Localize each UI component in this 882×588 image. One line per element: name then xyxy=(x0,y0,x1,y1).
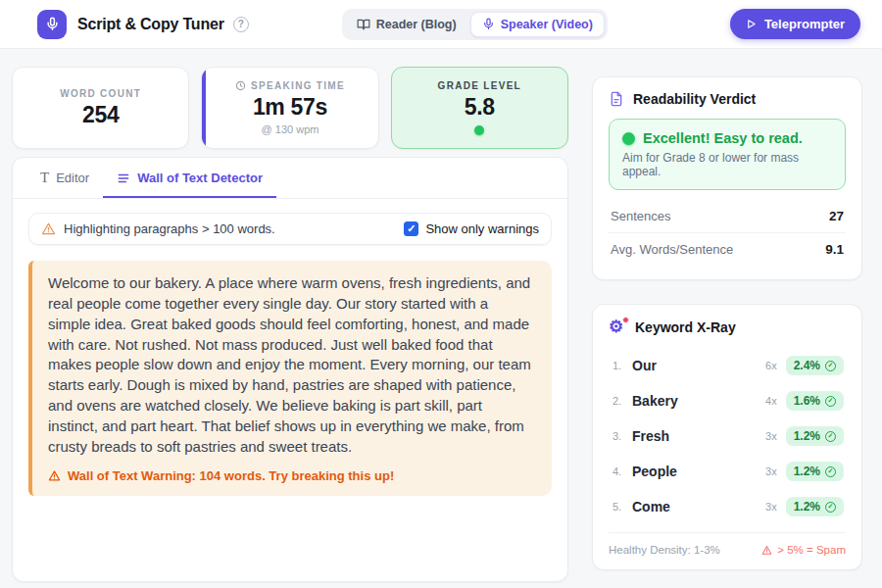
notification-dot xyxy=(622,317,629,323)
microphone-icon xyxy=(45,17,60,31)
spam-threshold-note: > 5% = Spam xyxy=(761,544,846,556)
mode-toggle: Reader (Blog) Speaker (Video) xyxy=(342,9,608,40)
keyword-xray-card: ⚙ Keyword X-Ray 1. Our 6x 2.4%✓ 2. Baker… xyxy=(592,304,862,570)
main-content: WORD COUNT 254 SPEAKING TIME 1m 57s @ 13… xyxy=(0,49,882,588)
grade-level-value: 5.8 xyxy=(465,94,495,121)
density-badge: 1.2%✓ xyxy=(786,462,844,481)
stats-row: WORD COUNT 254 SPEAKING TIME 1m 57s @ 13… xyxy=(12,67,568,149)
readability-verdict-card: Readability Verdict Excellent! Easy to r… xyxy=(592,76,862,280)
checkbox-checked-icon[interactable]: ✓ xyxy=(404,221,418,236)
editor-body: Highlighting paragraphs > 100 words. ✓ S… xyxy=(13,199,567,510)
keyword-count: 4x xyxy=(765,395,777,407)
check-circle-icon: ✓ xyxy=(825,431,836,442)
microphone-icon xyxy=(482,18,495,30)
teleprompter-button[interactable]: Teleprompter xyxy=(730,9,860,39)
warning-triangle-icon xyxy=(761,545,772,556)
speaking-time-label: SPEAKING TIME xyxy=(235,80,345,91)
keyword-xray-title: Keyword X-Ray xyxy=(635,319,736,335)
healthy-density-note: Healthy Density: 1-3% xyxy=(609,544,720,556)
verdict-text: Excellent! Easy to read. xyxy=(643,130,803,146)
metric-row-sentences: Sentences 27 xyxy=(609,200,846,232)
mode-button-label: Reader (Blog) xyxy=(376,18,457,31)
density-badge: 1.6%✓ xyxy=(786,391,844,411)
word-count-value: 254 xyxy=(82,102,119,128)
tab-label: Wall of Text Detector xyxy=(137,171,263,185)
highlight-info-bar: Highlighting paragraphs > 100 words. ✓ S… xyxy=(28,213,552,245)
help-icon[interactable]: ? xyxy=(233,17,249,32)
check-circle-icon: ✓ xyxy=(825,466,836,477)
keyword-row: 3. Fresh 3x 1.2%✓ xyxy=(609,418,846,454)
app-logo xyxy=(37,10,67,39)
tab-label: Editor xyxy=(56,171,89,185)
wall-of-text-warning: Wall of Text Warning: 104 words. Try bre… xyxy=(48,468,534,483)
gear-icon: ⚙ xyxy=(609,318,626,336)
keyword-footer: Healthy Density: 1-3% > 5% = Spam xyxy=(609,532,846,556)
mode-button-label: Speaker (Video) xyxy=(501,18,593,31)
grade-level-label: GRADE LEVEL xyxy=(438,80,521,91)
show-only-warnings-toggle[interactable]: ✓ Show only warnings xyxy=(404,221,539,236)
app-header: Script & Copy Tuner ? Reader (Blog) Spea… xyxy=(0,0,882,49)
sidebar: Readability Verdict Excellent! Easy to r… xyxy=(592,67,862,588)
keyword-row: 2. Bakery 4x 1.6%✓ xyxy=(609,383,846,418)
tab-wall-of-text-detector[interactable]: Wall of Text Detector xyxy=(103,158,276,198)
keyword-xray-header: ⚙ Keyword X-Ray xyxy=(609,318,846,336)
density-badge: 1.2%✓ xyxy=(786,497,844,516)
align-left-icon xyxy=(117,172,130,185)
keyword-count: 3x xyxy=(765,466,777,477)
metric-label: Sentences xyxy=(611,209,670,223)
keyword-word: Come xyxy=(632,499,765,514)
readability-header: Readability Verdict xyxy=(609,91,846,107)
check-circle-icon: ✓ xyxy=(825,502,836,513)
paragraph-text: Welcome to our bakery. A place where war… xyxy=(48,273,534,458)
verdict-subtext: Aim for Grade 8 or lower for mass appeal… xyxy=(622,151,832,178)
keyword-row: 1. Our 6x 2.4%✓ xyxy=(609,348,846,383)
left-column: WORD COUNT 254 SPEAKING TIME 1m 57s @ 13… xyxy=(12,67,568,582)
word-count-label: WORD COUNT xyxy=(60,88,141,99)
verdict-box: Excellent! Easy to read. Aim for Grade 8… xyxy=(609,119,846,190)
keyword-word: Fresh xyxy=(632,428,765,444)
warning-triangle-icon xyxy=(41,221,56,236)
play-icon xyxy=(746,19,757,29)
grade-status-dot xyxy=(474,125,484,135)
flagged-paragraph[interactable]: Welcome to our bakery. A place where war… xyxy=(28,261,552,496)
page-title: Script & Copy Tuner xyxy=(77,16,224,33)
word-count-card: WORD COUNT 254 xyxy=(12,67,189,149)
keyword-row: 4. People 3x 1.2%✓ xyxy=(609,454,846,489)
metric-label: Avg. Words/Sentence xyxy=(611,242,733,257)
wall-of-text-warning-text: Wall of Text Warning: 104 words. Try bre… xyxy=(68,468,394,483)
grade-level-card: GRADE LEVEL 5.8 xyxy=(391,67,568,149)
teleprompter-button-label: Teleprompter xyxy=(764,17,845,31)
keyword-word: Bakery xyxy=(632,393,765,409)
speaking-time-card: SPEAKING TIME 1m 57s @ 130 wpm xyxy=(201,67,378,149)
tab-editor[interactable]: T Editor xyxy=(26,158,103,198)
keyword-row: 5. Come 3x 1.2%✓ xyxy=(609,489,846,524)
document-icon xyxy=(609,91,624,107)
metric-value: 9.1 xyxy=(825,242,844,257)
keyword-count: 6x xyxy=(765,360,777,371)
readability-title: Readability Verdict xyxy=(633,91,756,107)
check-circle-icon: ✓ xyxy=(825,396,836,407)
mode-button-reader[interactable]: Reader (Blog) xyxy=(345,12,468,37)
text-type-icon: T xyxy=(40,171,49,185)
status-dot xyxy=(622,132,635,145)
checkbox-label: Show only warnings xyxy=(425,221,539,236)
verdict-line: Excellent! Easy to read. xyxy=(622,130,832,146)
keyword-word: People xyxy=(632,464,765,479)
speaking-time-rate: @ 130 wpm xyxy=(262,123,319,135)
highlight-info-text: Highlighting paragraphs > 100 words. xyxy=(64,221,275,236)
check-circle-icon: ✓ xyxy=(825,361,836,371)
density-badge: 1.2%✓ xyxy=(786,426,844,446)
speaking-time-value: 1m 57s xyxy=(253,94,327,121)
warning-triangle-icon xyxy=(48,469,61,482)
keyword-count: 3x xyxy=(765,430,777,442)
editor-panel: T Editor Wall of Text Detector xyxy=(12,157,568,582)
open-book-icon xyxy=(357,18,370,31)
metric-value: 27 xyxy=(829,209,844,223)
keyword-count: 3x xyxy=(765,501,777,513)
metric-row-avg-words: Avg. Words/Sentence 9.1 xyxy=(609,232,846,266)
keyword-word: Our xyxy=(632,358,765,373)
density-badge: 2.4%✓ xyxy=(786,356,844,375)
mode-button-speaker[interactable]: Speaker (Video) xyxy=(470,12,605,37)
tab-bar: T Editor Wall of Text Detector xyxy=(13,158,567,199)
clock-icon xyxy=(235,80,246,91)
